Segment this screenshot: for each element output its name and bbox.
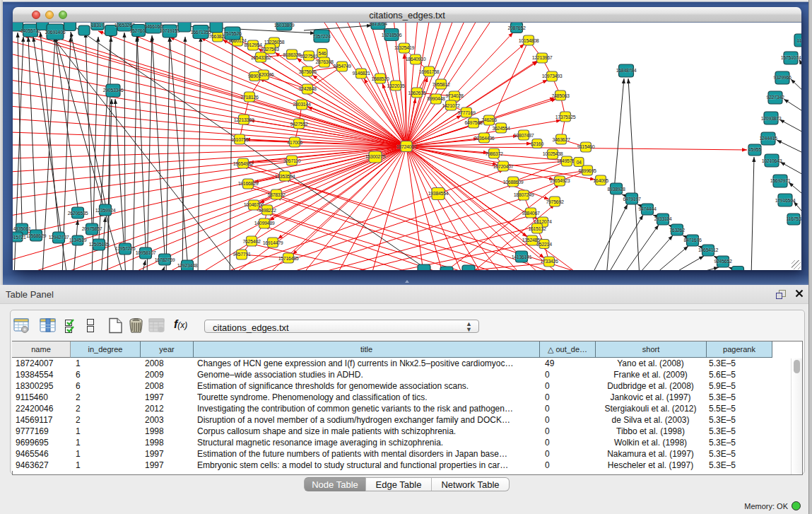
svg-text:9245652: 9245652 [714, 259, 732, 264]
svg-text:6497568: 6497568 [464, 120, 483, 125]
svg-text:9734028: 9734028 [445, 93, 464, 98]
svg-text:16782759: 16782759 [155, 257, 175, 262]
svg-text:20975857: 20975857 [82, 226, 102, 231]
svg-text:9327501: 9327501 [300, 54, 318, 59]
svg-text:9115460: 9115460 [577, 144, 595, 149]
svg-text:29053346: 29053346 [103, 88, 124, 93]
svg-text:12213369: 12213369 [234, 117, 254, 122]
svg-text:18807249: 18807249 [514, 192, 534, 197]
svg-text:04: 04 [576, 160, 582, 165]
svg-text:7955812: 7955812 [432, 82, 450, 87]
svg-text:17916504: 17916504 [775, 198, 796, 203]
svg-text:7975692: 7975692 [546, 199, 564, 204]
svg-text:15300275: 15300275 [365, 154, 386, 159]
svg-text:1322035: 1322035 [387, 83, 405, 88]
svg-text:3915721: 3915721 [13, 235, 26, 240]
svg-text:10210643: 10210643 [762, 158, 782, 163]
svg-text:7625402: 7625402 [242, 239, 261, 244]
svg-text:1362635: 1362635 [408, 90, 426, 95]
svg-text:12359924: 12359924 [95, 208, 116, 213]
svg-text:12505185: 12505185 [89, 242, 110, 247]
svg-text:17957225: 17957225 [115, 246, 136, 251]
svg-text:10807487: 10807487 [514, 133, 534, 138]
svg-text:15955: 15955 [748, 147, 761, 152]
svg-text:8454749: 8454749 [333, 64, 351, 69]
svg-text:3624554: 3624554 [492, 126, 510, 131]
svg-text:17375125: 17375125 [555, 115, 576, 119]
svg-text:10654112: 10654112 [698, 247, 719, 252]
svg-text:164095: 164095 [593, 178, 608, 183]
svg-text:1733426: 1733426 [540, 259, 558, 264]
svg-text:14099489: 14099489 [254, 221, 275, 226]
svg-text:16671355: 16671355 [191, 30, 211, 35]
svg-text:2087652: 2087652 [507, 25, 526, 30]
svg-text:116753: 116753 [786, 216, 801, 221]
svg-text:15692971: 15692971 [770, 178, 791, 183]
svg-text:15751074: 15751074 [781, 55, 801, 60]
svg-text:1421072: 1421072 [442, 103, 460, 108]
svg-text:9329966: 9329966 [773, 75, 792, 80]
svg-text:1134519: 1134519 [69, 238, 87, 243]
svg-text:417006: 417006 [287, 140, 302, 145]
svg-text:16914479: 16914479 [263, 240, 283, 245]
svg-text:9227342: 9227342 [766, 95, 784, 100]
svg-text:3875605: 3875605 [298, 69, 317, 74]
svg-text:10025438: 10025438 [543, 151, 563, 156]
svg-text:10719155: 10719155 [160, 28, 180, 33]
svg-text:19166829: 19166829 [238, 181, 259, 186]
svg-text:10973493: 10973493 [542, 74, 563, 78]
svg-text:2876308: 2876308 [315, 59, 334, 64]
svg-text:746266: 746266 [481, 117, 497, 122]
svg-text:3267110: 3267110 [283, 158, 301, 163]
svg-text:546: 546 [319, 51, 326, 56]
svg-text:18640910: 18640910 [406, 57, 426, 62]
svg-text:12942737: 12942737 [49, 235, 69, 240]
svg-text:16033809: 16033809 [274, 23, 295, 28]
svg-text:26206535: 26206535 [68, 211, 88, 216]
svg-text:9146821: 9146821 [352, 71, 370, 76]
svg-text:9427552: 9427552 [290, 122, 308, 127]
svg-text:13353594: 13353594 [275, 174, 295, 179]
svg-text:3463627: 3463627 [552, 137, 570, 142]
svg-text:10688609: 10688609 [503, 180, 524, 185]
svg-text:62160: 62160 [531, 141, 543, 146]
svg-text:1615132: 1615132 [528, 226, 546, 231]
svg-text:9242848: 9242848 [298, 86, 317, 91]
svg-text:7357224: 7357224 [312, 34, 331, 39]
svg-text:19384554: 19384554 [428, 191, 449, 196]
svg-text:9457791: 9457791 [233, 252, 251, 257]
svg-text:7515526: 7515526 [223, 31, 242, 36]
svg-text:1117: 1117 [796, 38, 801, 43]
svg-text:12923448: 12923448 [177, 263, 198, 268]
svg-text:8813054: 8813054 [369, 23, 387, 26]
svg-text:2803144: 2803144 [293, 102, 311, 107]
svg-text:2933114: 2933114 [654, 216, 672, 221]
svg-text:15720407: 15720407 [493, 164, 514, 169]
svg-text:4498222: 4498222 [258, 208, 276, 213]
svg-text:763262: 763262 [669, 228, 685, 233]
svg-text:19218506: 19218506 [382, 33, 402, 37]
svg-text:5878332: 5878332 [267, 192, 286, 197]
svg-text:10154808: 10154808 [519, 38, 539, 43]
svg-text:98901: 98901 [248, 74, 261, 78]
svg-text:1610755: 1610755 [230, 137, 249, 142]
svg-text:19654923: 19654923 [550, 178, 570, 183]
svg-text:16848784: 16848784 [616, 68, 637, 73]
svg-text:1588520: 1588520 [371, 76, 389, 81]
svg-text:9777169: 9777169 [457, 110, 476, 115]
svg-text:20364436: 20364436 [474, 136, 495, 141]
svg-text:16961758: 16961758 [419, 69, 440, 74]
svg-text:11568629: 11568629 [26, 233, 47, 238]
svg-text:1527602: 1527602 [129, 28, 148, 33]
svg-text:1244415: 1244415 [759, 136, 777, 141]
svg-text:15716485: 15716485 [278, 256, 299, 261]
svg-text:20691406: 20691406 [45, 30, 66, 35]
svg-text:6479197: 6479197 [623, 197, 641, 201]
svg-text:11325419: 11325419 [394, 45, 415, 50]
svg-text:7485063: 7485063 [551, 93, 570, 98]
svg-text:12213967: 12213967 [532, 55, 553, 60]
svg-text:18724007: 18724007 [396, 144, 417, 149]
svg-text:4835061: 4835061 [13, 226, 31, 231]
svg-text:14136141: 14136141 [512, 255, 532, 259]
svg-text:8186328: 8186328 [283, 52, 301, 57]
